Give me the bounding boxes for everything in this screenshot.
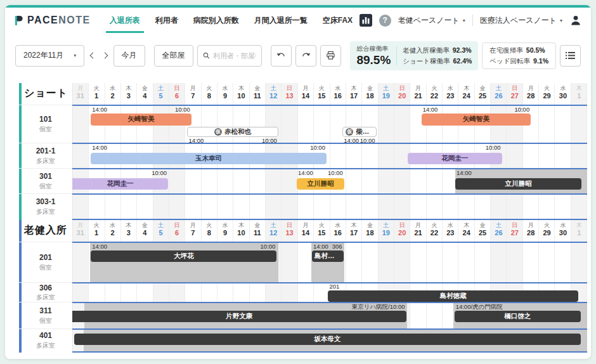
section-header: 老健入所月31火1水2木3金4土5日6月7火8水9木10金11土12日13月14… <box>19 220 591 242</box>
date-number: 25 <box>479 93 486 100</box>
room-label: 301個室 <box>19 168 72 193</box>
tab-users[interactable]: 利用者 <box>155 8 178 33</box>
booking-bar[interactable]: 立川勝昭 <box>297 178 344 190</box>
stat-value: 50.5% <box>526 45 545 56</box>
room-row-grid[interactable]: 島村徳蔵201 <box>72 282 587 302</box>
this-month-button[interactable]: 今月 <box>113 45 145 67</box>
day-column-header: 火15 <box>314 220 330 242</box>
room-row-grid[interactable]: 坂本母文 <box>72 328 587 351</box>
section-bottom-line <box>72 351 587 353</box>
room-row-grid[interactable] <box>72 193 587 219</box>
room-row-grid[interactable]: 大坪花14:0010:00島村徳蔵14:00306 <box>72 242 587 282</box>
date-number: 7 <box>191 93 195 100</box>
facility-dropdown[interactable]: 老健ペースノート ▾ <box>398 15 465 26</box>
time-label: 10:00 <box>328 170 343 176</box>
day-of-week-label: 水 <box>110 223 115 228</box>
date-header-row: 月31火1水2木3金4土5日6月7火8水9木10金11土12日13月14火15水… <box>72 83 587 105</box>
day-of-week-label: 日 <box>399 86 405 91</box>
search-box[interactable] <box>197 45 262 67</box>
booking-name: 坂本母文 <box>311 335 343 344</box>
date-number: 5 <box>159 93 163 100</box>
booking-bar[interactable]: 島村徳蔵 <box>312 250 343 262</box>
date-number: 13 <box>285 93 293 100</box>
room-label: 303-1多床室 <box>19 193 72 219</box>
day-column-header: 月21 <box>410 83 426 105</box>
chevron-down-icon: ▾ <box>560 18 562 23</box>
booking-name: 矢崎智美 <box>460 115 492 124</box>
day-column-header: 水16 <box>330 220 346 242</box>
facility-dropdown-label: 老健ペースノート <box>398 15 460 26</box>
room-row-grid[interactable]: 玉木幸司14:0010:00花岡圭一10:00 <box>72 143 587 168</box>
room-row-grid[interactable]: 花岡圭一10:00立川勝昭14:0010:00立川勝昭14:00 <box>72 168 587 193</box>
chevron-down-icon: ▾ <box>74 53 76 58</box>
booking-bar[interactable]: 花岡圭一 <box>72 178 168 190</box>
room-row-306: 306多床室島村徳蔵201 <box>19 282 591 302</box>
room-row-grid[interactable]: 片野文康東京リハ病院/10:00橋口啓之14:00/虎の門病院 <box>72 302 587 328</box>
booking-bar[interactable]: 立川勝昭 <box>455 178 581 190</box>
date-number: 23 <box>446 93 454 100</box>
next-month-button[interactable] <box>101 45 110 67</box>
day-of-week-label: 土 <box>271 86 276 91</box>
day-column-header: 月28 <box>523 83 539 105</box>
booking-bar[interactable]: 橋口啓之 <box>455 311 581 322</box>
booking-bar[interactable]: 坂本母文 <box>74 334 581 345</box>
time-label: 東京リハ病院/10:00 <box>352 304 405 310</box>
booking-bar[interactable]: 仮柴山芳樹 <box>342 127 376 137</box>
day-column-header: 火22 <box>426 83 442 105</box>
corporation-dropdown[interactable]: 医療法人ペースノート ▾ <box>480 15 562 26</box>
room-label: 201個室 <box>19 242 72 282</box>
booking-bar[interactable]: 仮赤松和也 <box>187 127 278 137</box>
day-of-week-label: 水 <box>110 86 115 91</box>
date-number: 6 <box>175 93 179 100</box>
room-number: 306 <box>39 283 52 294</box>
day-column-header: 土12 <box>266 83 282 105</box>
help-icon[interactable]: ? <box>379 15 391 27</box>
day-column-header: 土26 <box>491 83 507 105</box>
day-column-header: 金11 <box>249 83 265 105</box>
undo-button[interactable] <box>271 45 292 67</box>
day-of-week-label: 日 <box>174 223 179 228</box>
booking-bar[interactable]: 玉木幸司 <box>91 153 327 164</box>
day-column-header: 日20 <box>394 220 410 242</box>
date-number: 29 <box>543 230 550 237</box>
divider <box>472 15 473 26</box>
day-column-header: 月14 <box>297 220 313 242</box>
day-of-week-label: 水 <box>448 86 453 91</box>
booking-bar[interactable]: 片野文康 <box>72 311 406 322</box>
date-number: 2 <box>110 93 114 100</box>
prev-month-button[interactable] <box>88 45 97 67</box>
search-input[interactable] <box>213 52 256 60</box>
day-column-header: 土26 <box>491 220 507 242</box>
booking-name: 赤松和也 <box>222 127 254 136</box>
booking-bar[interactable]: 矢崎智美 <box>422 114 531 126</box>
booking-name: 片野文康 <box>223 312 255 321</box>
analytics-icon-button[interactable] <box>360 14 372 27</box>
room-filter-button[interactable]: 全部屋 <box>154 45 193 67</box>
room-type: 個室 <box>39 125 52 133</box>
room-number: 311 <box>39 306 51 316</box>
day-of-week-label: 土 <box>496 86 502 91</box>
print-button[interactable] <box>320 45 341 67</box>
tab-admissions-by-hospital[interactable]: 病院別入所数 <box>193 8 239 33</box>
tab-monthly-admissions-list[interactable]: 月間入退所一覧 <box>254 8 308 33</box>
booking-bar[interactable]: 矢崎智美 <box>91 114 191 126</box>
day-column-header: 金4 <box>137 83 153 105</box>
day-of-week-label: 水 <box>223 86 228 91</box>
room-row-grid[interactable]: 矢崎智美14:0010:00矢崎智美14:0010:00仮赤松和也14:0010… <box>72 105 587 143</box>
day-of-week-label: 水 <box>223 223 228 228</box>
redo-button[interactable] <box>295 45 316 67</box>
date-number: 8 <box>207 93 211 100</box>
date-number: 22 <box>431 230 438 237</box>
booking-bar[interactable]: 大坪花 <box>91 250 276 262</box>
booking-bar[interactable]: 島村徳蔵 <box>328 290 578 302</box>
date-number: 21 <box>414 93 422 100</box>
month-selector[interactable]: 2022年11月 ▾ <box>15 45 84 67</box>
chevron-left-icon <box>89 53 96 59</box>
day-column-header: 水2 <box>105 220 120 242</box>
tab-vacancy-fax[interactable]: 空床FAX <box>323 8 353 33</box>
account-icon[interactable] <box>569 14 582 27</box>
room-list-icon-button[interactable] <box>560 45 581 67</box>
date-number: 14 <box>302 93 309 100</box>
booking-bar[interactable]: 花岡圭一 <box>408 153 502 164</box>
tab-admissions-chart[interactable]: 入退所表 <box>110 8 140 33</box>
